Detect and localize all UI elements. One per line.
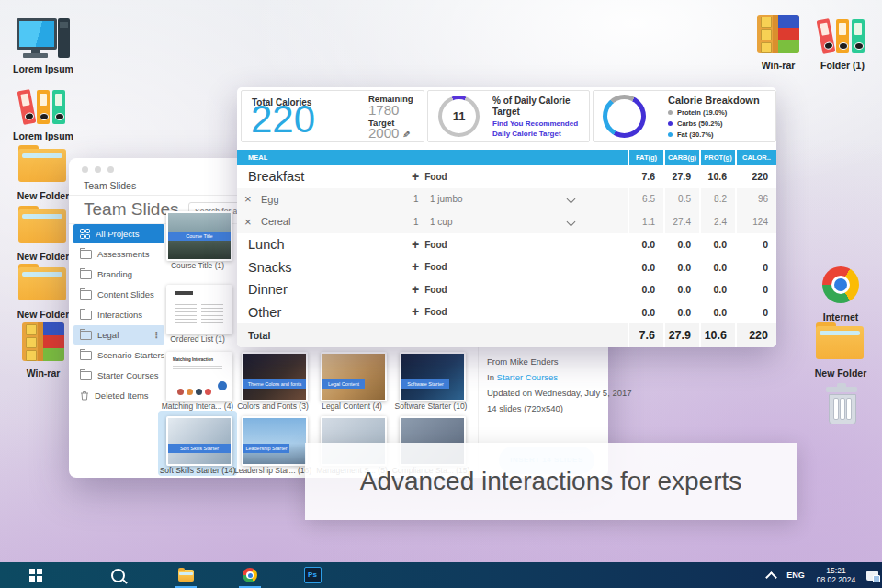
cell-fat: 0.0	[629, 278, 663, 302]
thumbnail-label[interactable]: Matching Intera... (4)	[158, 401, 237, 411]
details-updated: Updated on Wednesday, July 5, 2017	[487, 388, 632, 398]
winrar-icon	[22, 322, 64, 361]
add-food-button[interactable]: Food	[412, 278, 447, 301]
slide-thumbnail-legal[interactable]: Legal Content	[321, 352, 387, 401]
food-quantity[interactable]: 1	[413, 188, 419, 210]
cell-carb: 27.9	[665, 165, 699, 189]
slide-thumbnail-matching[interactable]: Matching Interaction	[166, 352, 232, 401]
remove-food-icon[interactable]	[244, 210, 252, 233]
computer-icon	[17, 18, 70, 61]
desktop-icon-folder-1[interactable]: Folder (1)	[808, 15, 877, 71]
slide-thumbnail-colors-fonts[interactable]: Theme Colors and fonts	[242, 352, 308, 401]
calorie-app-window: Total Calories 220 Remaining 1780 Target…	[237, 87, 776, 347]
remove-food-icon[interactable]	[244, 188, 252, 210]
notification-area-icon[interactable]	[862, 562, 882, 588]
desktop-icon-label: New Folder	[8, 309, 78, 320]
sidebar-item-label: Interactions	[97, 310, 142, 320]
sidebar-item-content-slides[interactable]: Content Slides	[74, 285, 164, 304]
cell-carb: 0.0	[665, 233, 699, 257]
desktop-icon-new-folder-3[interactable]: New Folder	[8, 264, 78, 320]
desktop-icon-new-folder-2[interactable]: New Folder	[8, 206, 78, 262]
sidebar-item-label: Branding	[97, 269, 132, 279]
legend-label: Fat (30.7%)	[677, 130, 714, 139]
slide-title-band: Course Title	[168, 232, 231, 241]
starter-courses-link[interactable]: Starter Courses	[497, 372, 559, 382]
column-header-calories[interactable]: CALOR..	[737, 150, 776, 165]
sidebar-item-all-projects[interactable]: All Projects	[74, 224, 164, 243]
thumbnail-label[interactable]: Soft Skills Starter (14)	[158, 466, 237, 475]
desktop-icon-recycle-bin[interactable]	[807, 382, 876, 426]
sidebar-item-legal[interactable]: Legal	[74, 325, 164, 345]
plus-icon	[412, 255, 419, 279]
desktop-icon-winrar-right[interactable]: Win-rar	[743, 15, 813, 71]
slide-thumbnail-ordered-list[interactable]	[166, 285, 232, 334]
desktop-icon-new-folder-1[interactable]: New Folder	[8, 145, 78, 201]
slide-thumbnail-software[interactable]: Software Starter	[400, 352, 466, 401]
chevron-down-icon[interactable]	[567, 195, 576, 204]
desktop-icon-label: Win-rar	[743, 60, 813, 71]
start-button[interactable]	[23, 562, 49, 588]
sidebar-item-label: Content Slides	[97, 289, 154, 300]
slide-thumbnail-soft-skills[interactable]: Soft Skills Starter	[166, 416, 232, 466]
language-indicator[interactable]: ENG	[783, 562, 808, 588]
add-food-button[interactable]: Food	[412, 165, 447, 188]
add-food-button[interactable]: Food	[412, 233, 447, 256]
thumbnail-label[interactable]: Legal Content (4)	[312, 401, 391, 411]
food-serving[interactable]: 1 jumbo	[430, 188, 463, 210]
column-header-prot[interactable]: PROT(g)	[701, 150, 735, 165]
search-icon	[111, 569, 125, 582]
thumbnail-label[interactable]: Colors and Fonts (3)	[233, 401, 312, 411]
thumbnail-label[interactable]: Course Title (1)	[158, 261, 237, 270]
window-control-dot[interactable]	[82, 166, 88, 173]
recommended-target-link[interactable]: Daily Calorie Target	[492, 130, 561, 138]
caption-text: Advanced interactions for experts	[360, 467, 742, 496]
column-header-fat[interactable]: FAT(g)	[629, 150, 663, 165]
desktop-icon-new-folder-right[interactable]: New Folder	[806, 322, 876, 379]
add-food-button[interactable]: Food	[412, 301, 447, 323]
cell-carb: 0.5	[665, 188, 699, 211]
chevron-down-icon[interactable]	[567, 218, 576, 227]
folder-icon	[816, 322, 865, 359]
sidebar-item-scenario-starters[interactable]: Scenario Starters	[74, 345, 164, 365]
cell-cal: 0	[737, 256, 776, 279]
add-food-label: Food	[424, 278, 447, 301]
table-row-egg: Egg 1 1 jumbo 6.5 0.5 8.2 96	[237, 188, 776, 210]
thumbnail-label[interactable]: Ordered List (1)	[158, 334, 237, 344]
slide-thumbnail-course-title[interactable]: Course Title	[166, 211, 232, 261]
sidebar-item-interactions[interactable]: Interactions	[74, 305, 164, 324]
edit-target-icon[interactable]	[399, 125, 410, 141]
clock[interactable]: 15:2108.02.2024	[812, 562, 860, 588]
add-food-label: Food	[424, 301, 447, 323]
window-control-dot[interactable]	[107, 166, 114, 173]
add-food-button[interactable]: Food	[412, 256, 447, 278]
thumbnail-label[interactable]: Software Starter (10)	[391, 401, 470, 411]
chrome-icon	[243, 568, 257, 582]
legend-label: Carbs (50.2%)	[677, 119, 723, 128]
thumbnail-label[interactable]: Leadership Star... (16)	[233, 466, 312, 475]
details-in-prefix: In	[487, 372, 494, 382]
food-serving[interactable]: 1 cup	[430, 210, 452, 233]
total-cal: 220	[737, 323, 776, 347]
tray-expand-button[interactable]	[763, 562, 779, 588]
taskbar-photoshop[interactable]: Ps	[300, 562, 325, 588]
remaining-value: 1780	[368, 102, 399, 118]
desktop-icon-computer[interactable]: Lorem Ipsum	[8, 18, 78, 74]
desktop-icon-binders[interactable]: Lorem Ipsum	[8, 85, 78, 141]
taskbar-search-button[interactable]	[105, 562, 130, 588]
details-author: From Mike Enders	[487, 356, 559, 367]
desktop-icon-internet[interactable]: Internet	[806, 266, 876, 322]
sidebar-item-deleted-items[interactable]: Deleted Items	[74, 386, 164, 405]
desktop-icon-winrar-left[interactable]: Win-rar	[8, 322, 78, 379]
sidebar-item-assessments[interactable]: Assessments	[74, 244, 164, 264]
taskbar-chrome[interactable]	[237, 562, 263, 588]
sidebar-item-branding[interactable]: Branding	[74, 265, 164, 284]
calorie-breakdown-card: Calorie Breakdown Protein (19.0%) Carbs …	[593, 90, 776, 142]
recommended-target-link[interactable]: Find You Recommended	[492, 119, 578, 128]
food-quantity[interactable]: 1	[413, 210, 419, 233]
column-header-carb[interactable]: CARB(g)	[665, 150, 699, 165]
taskbar-file-explorer[interactable]	[173, 562, 198, 588]
sidebar-item-starter-courses[interactable]: Starter Courses	[74, 366, 164, 385]
column-header-meal[interactable]: MEAL	[237, 150, 628, 165]
window-control-dot[interactable]	[95, 166, 101, 173]
slide-thumbnail-leadership[interactable]: Leadership Starter	[242, 416, 308, 466]
